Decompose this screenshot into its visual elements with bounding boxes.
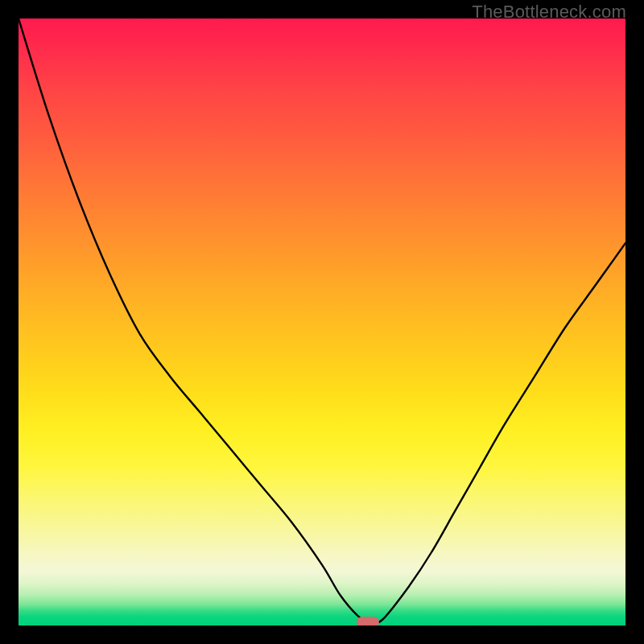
watermark-text: TheBottleneck.com (472, 2, 626, 23)
optimum-marker (357, 617, 379, 625)
chart-frame: TheBottleneck.com (0, 0, 644, 644)
plot-area (19, 19, 625, 625)
bottleneck-curve (19, 19, 625, 625)
